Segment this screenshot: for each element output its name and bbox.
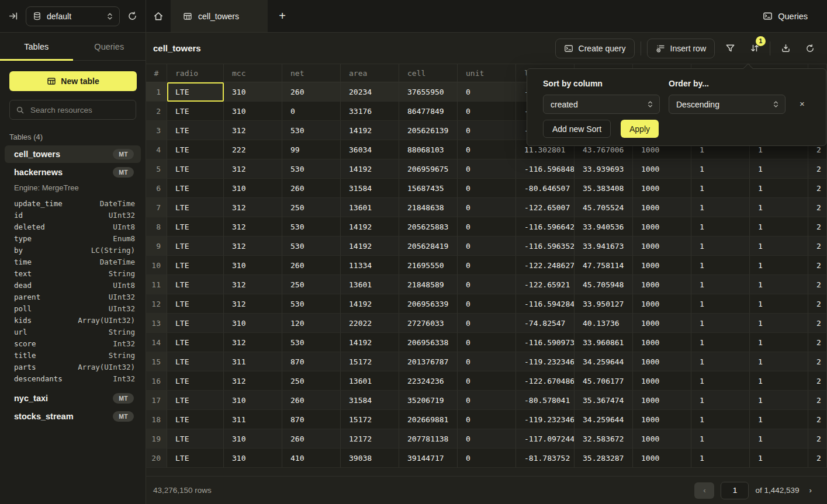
table-cell[interactable]: 2 — [808, 449, 827, 468]
table-cell[interactable]: 1000 — [633, 217, 691, 237]
table-cell[interactable]: 260 — [282, 391, 341, 410]
table-cell[interactable]: 120 — [282, 314, 341, 333]
table-cell[interactable]: -116.590973 — [516, 333, 575, 352]
table-cell[interactable]: 260 — [282, 82, 341, 102]
table-cell[interactable]: 0 — [458, 294, 516, 314]
table-cell[interactable]: 310 — [224, 391, 282, 410]
table-cell[interactable]: 35.383408 — [575, 179, 633, 198]
table-cell[interactable]: 2 — [808, 371, 827, 391]
table-cell[interactable]: 1 — [750, 352, 808, 371]
table-cell[interactable]: 310 — [224, 256, 282, 275]
table-cell[interactable]: 1000 — [633, 294, 691, 314]
previous-page-button[interactable]: ‹ — [694, 482, 714, 499]
table-cell[interactable]: 260 — [282, 429, 341, 449]
table-cell[interactable]: 0 — [458, 102, 516, 121]
table-cell[interactable]: 250 — [282, 371, 341, 391]
table-cell[interactable]: LTE — [167, 333, 224, 352]
table-cell[interactable]: 310 — [224, 102, 282, 121]
table-cell[interactable]: 311 — [224, 410, 282, 429]
table-cell[interactable]: 14192 — [341, 159, 399, 179]
table-cell[interactable]: 1 — [691, 198, 750, 217]
table-cell[interactable]: 206956339 — [399, 294, 458, 314]
table-cell[interactable]: 1000 — [633, 449, 691, 468]
table-cell[interactable]: 13601 — [341, 371, 399, 391]
table-cell[interactable]: 0 — [458, 237, 516, 256]
table-cell[interactable]: 410 — [282, 449, 341, 468]
table-cell[interactable]: 1 — [750, 391, 808, 410]
sidebar-table-cell_towers[interactable]: cell_towersMT — [5, 145, 141, 163]
table-cell[interactable]: -117.097244 — [516, 429, 575, 449]
table-cell[interactable]: 35.367474 — [575, 391, 633, 410]
table-cell[interactable]: 1 — [750, 333, 808, 352]
table-cell[interactable]: 0 — [282, 102, 341, 121]
table-cell[interactable]: 33.940536 — [575, 217, 633, 237]
table-cell[interactable]: 1000 — [633, 429, 691, 449]
sidebar-tab-tables[interactable]: Tables — [0, 33, 73, 60]
table-cell[interactable]: -116.596352 — [516, 237, 575, 256]
table-cell[interactable]: 15172 — [341, 352, 399, 371]
table-cell[interactable]: 0 — [458, 159, 516, 179]
table-cell[interactable]: 2 — [808, 198, 827, 217]
table-cell[interactable]: 312 — [224, 159, 282, 179]
apply-sort-button[interactable]: Apply — [621, 120, 659, 138]
table-cell[interactable]: 33.941673 — [575, 237, 633, 256]
table-cell[interactable]: LTE — [167, 429, 224, 449]
table-cell[interactable]: 35.283287 — [575, 449, 633, 468]
table-cell[interactable]: 206956338 — [399, 333, 458, 352]
table-cell[interactable]: 0 — [458, 198, 516, 217]
table-cell[interactable]: 1 — [750, 410, 808, 429]
table-cell[interactable]: 1000 — [633, 159, 691, 179]
queries-button[interactable]: Queries — [759, 11, 811, 22]
table-cell[interactable]: LTE — [167, 102, 224, 121]
table-cell[interactable]: 2 — [808, 333, 827, 352]
table-cell[interactable]: 40.13736 — [575, 314, 633, 333]
table-cell[interactable]: 530 — [282, 237, 341, 256]
table-cell[interactable]: 202669881 — [399, 410, 458, 429]
table-cell[interactable]: 1000 — [633, 256, 691, 275]
table-cell[interactable]: 1 — [691, 237, 750, 256]
new-tab-button[interactable]: + — [268, 0, 297, 32]
table-cell[interactable]: 39144717 — [399, 449, 458, 468]
sidebar-table-stocks_stream[interactable]: stocks_streamMT — [5, 408, 141, 425]
refresh-database-icon[interactable] — [127, 11, 137, 21]
table-cell[interactable]: 1 — [691, 217, 750, 237]
table-cell[interactable]: 310 — [224, 314, 282, 333]
table-cell[interactable]: -80.578041 — [516, 391, 575, 410]
table-cell[interactable]: 31584 — [341, 179, 399, 198]
table-cell[interactable]: 11334 — [341, 256, 399, 275]
table-cell[interactable]: LTE — [167, 410, 224, 429]
table-cell[interactable]: LTE — [167, 237, 224, 256]
table-cell[interactable]: 260 — [282, 256, 341, 275]
table-cell[interactable]: LTE — [167, 352, 224, 371]
table-cell[interactable]: -80.646507 — [516, 179, 575, 198]
table-cell[interactable]: -122.248627 — [516, 256, 575, 275]
table-cell[interactable]: 12172 — [341, 429, 399, 449]
table-cell[interactable]: 2 — [808, 314, 827, 333]
table-cell[interactable]: 1 — [691, 179, 750, 198]
new-table-button[interactable]: New table — [9, 71, 137, 91]
table-cell[interactable]: 1 — [691, 429, 750, 449]
table-cell[interactable]: 0 — [458, 352, 516, 371]
table-cell[interactable]: 310 — [224, 82, 282, 102]
database-selector[interactable]: default — [26, 6, 120, 26]
table-cell[interactable]: 0 — [458, 429, 516, 449]
sort-button[interactable]: 1 — [745, 39, 764, 58]
table-cell[interactable]: 14192 — [341, 237, 399, 256]
table-cell[interactable]: 205626139 — [399, 121, 458, 140]
table-cell[interactable]: 0 — [458, 410, 516, 429]
table-cell[interactable]: 14192 — [341, 294, 399, 314]
table-cell[interactable]: LTE — [167, 256, 224, 275]
table-cell[interactable]: 1000 — [633, 410, 691, 429]
table-cell[interactable]: LTE — [167, 314, 224, 333]
table-cell[interactable]: 312 — [224, 294, 282, 314]
table-cell[interactable]: 0 — [458, 256, 516, 275]
sidebar-table-hackernews[interactable]: hackernewsMT — [5, 164, 141, 181]
table-cell[interactable]: LTE — [167, 449, 224, 468]
insert-row-button[interactable]: Insert row — [647, 39, 715, 58]
table-cell[interactable]: 0 — [458, 121, 516, 140]
table-cell[interactable]: 33176 — [341, 102, 399, 121]
table-cell[interactable]: 0 — [458, 275, 516, 294]
table-cell[interactable]: 1 — [750, 179, 808, 198]
table-cell[interactable]: 1000 — [633, 333, 691, 352]
table-cell[interactable]: 312 — [224, 198, 282, 217]
